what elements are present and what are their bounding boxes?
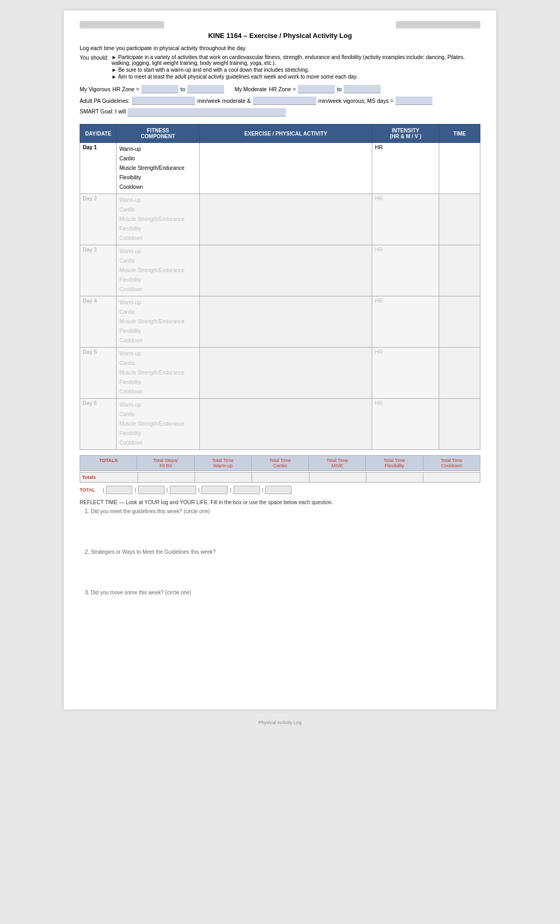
day5-label: Day 5 [80,348,117,399]
totals-sep3: | [167,487,168,493]
reflection-space-2[interactable] [85,555,480,581]
day2-exercise[interactable] [199,194,372,245]
vigorous-to-label: to [180,86,185,92]
summary-header-row: TOTALS Total Steps/Fit Bit Total TimeWar… [80,455,480,471]
reflection-item-1: Did you meet the guidelines this week? (… [80,508,480,541]
bullet-1: Participate in a variety of activities t… [112,54,481,66]
day4-time[interactable] [439,296,480,348]
ms-days-input[interactable] [395,97,432,105]
component-cardio: Cardio [119,154,196,163]
totals-sep2: | [134,487,136,493]
component-warmup: Warm-up [119,145,196,154]
header-intensity: INTENSITY(HR & M / V ) [372,124,439,143]
reflection-section: REFLECT TIME — Look at YOUR log and YOUR… [80,499,480,694]
summary-flex-val[interactable] [366,473,423,482]
vigorous-from-input[interactable] [141,85,178,93]
moderate-label: My Moderate [235,86,267,92]
summary-col-warmup: Total TimeWarm-up [195,456,252,470]
top-header-blurred [80,21,480,28]
table-row: Day 4 Warm-up Cardio Muscle Strength/End… [80,296,480,348]
summary-data-row: Totals [80,472,480,483]
day1-hr-label: HR [375,145,382,150]
day6-label: Day 6 [80,399,117,450]
day6-exercise[interactable] [199,399,372,450]
smart-goal-input[interactable] [128,108,286,117]
page-container: KINE 1164 – Exercise / Physical Activity… [64,11,496,709]
totals-input-2[interactable] [138,486,165,494]
totals-input-3[interactable] [170,486,196,494]
smart-goal-row: SMART Goal: I will [80,108,480,117]
table-row: Day 1 Warm-up Cardio Muscle Strength/End… [80,143,480,194]
day4-fitness: Warm-up Cardio Muscle Strength/Endurance… [117,296,199,348]
vigorous-min-input[interactable] [253,97,316,105]
totals-input-1[interactable] [106,486,132,494]
totals-sep6: | [262,487,263,493]
component-cooldown: Cooldown [119,182,196,192]
totals-sep1: | [103,487,104,493]
reflection-space-3[interactable] [85,595,480,622]
header-fitness: FITNESSCOMPONENT [117,124,199,143]
totals-row: TOTAL | | | | | | [80,486,480,494]
table-row: Day 6 Warm-up Cardio Muscle Strength/End… [80,399,480,450]
summary-steps-val[interactable] [138,473,195,482]
totals-input-5[interactable] [234,486,260,494]
day5-exercise[interactable] [199,348,372,399]
day2-time[interactable] [439,194,480,245]
summary-col-cooldown: Total TimeCooldown [423,456,480,470]
day3-time[interactable] [439,245,480,296]
day1-time[interactable] [439,143,480,194]
moderate-to-label: to [337,86,342,92]
reflection-item-3: Did you move some this week? (circle one… [80,590,480,622]
summary-cooldown-val[interactable] [423,473,480,482]
summary-cardio-val[interactable] [252,473,309,482]
component-strength: Muscle Strength/Endurance [119,163,196,173]
hr-zones-row: My Vigorous HR Zone = to My Moderate HR … [80,85,480,93]
day4-exercise[interactable] [199,296,372,348]
moderate-min-input[interactable] [132,97,195,105]
moderate-to-input[interactable] [344,85,381,93]
smart-goal-label: SMART Goal: I will [80,108,126,114]
reflection-space-1[interactable] [85,514,480,541]
page-title: KINE 1164 – Exercise / Physical Activity… [80,32,480,40]
header-day: DAY/DATE [80,124,117,143]
totals-label: TOTAL [80,487,101,493]
summary-col-totals: TOTALS [80,456,137,470]
vigorous-label: My Vigorous [80,86,110,92]
vigorous-hr-zone-eq: HR Zone = [112,86,139,92]
reflection-header: REFLECT TIME — Look at YOUR log and YOUR… [80,499,480,505]
table-row: Day 3 Warm-up Cardio Muscle Strength/End… [80,245,480,296]
extra-space [80,630,480,694]
day1-intensity: HR [372,143,439,194]
bullet-3: Aim to meet at least the adult physical … [112,74,481,80]
bullet-list: Participate in a variety of activities t… [112,54,481,81]
day6-intensity: HR [372,399,439,450]
day5-intensity: HR [372,348,439,399]
summary-warmup-val[interactable] [195,473,252,482]
moderate-hr-zone-eq: HR Zone = [269,86,296,92]
table-row: Day 2 Warm-up Cardio Muscle Strength/End… [80,194,480,245]
totals-input-4[interactable] [201,486,228,494]
moderate-from-input[interactable] [298,85,335,93]
vigorous-to-input[interactable] [187,85,224,93]
summary-col-cardio: Total TimeCardio [252,456,308,470]
summary-mse-val[interactable] [310,473,366,482]
header-exercise: EXERCISE / PHYSICAL ACTIVITY [199,124,372,143]
table-row: Day 5 Warm-up Cardio Muscle Strength/End… [80,348,480,399]
page-footer: Physical Activity Log [258,720,302,725]
day1-exercise[interactable] [199,143,372,194]
fitness-components: Warm-up Cardio Muscle Strength/Endurance… [119,145,196,192]
day5-time[interactable] [439,348,480,399]
totals-input-6[interactable] [265,486,292,494]
summary-col-flex: Total TimeFlexibility [366,456,423,470]
summary-data-label: Totals [80,473,138,482]
header-time: TIME [439,124,480,143]
day3-intensity: HR [372,245,439,296]
day3-exercise[interactable] [199,245,372,296]
top-blurred-left [80,21,164,28]
summary-col-mse: Total TimeMS/E [309,456,366,470]
day6-time[interactable] [439,399,480,450]
activity-table: DAY/DATE FITNESSCOMPONENT EXERCISE / PHY… [80,124,480,450]
day3-label: Day 3 [80,245,117,296]
day6-fitness: Warm-up Cardio Muscle Strength/Endurance… [117,399,199,450]
day4-label: Day 4 [80,296,117,348]
